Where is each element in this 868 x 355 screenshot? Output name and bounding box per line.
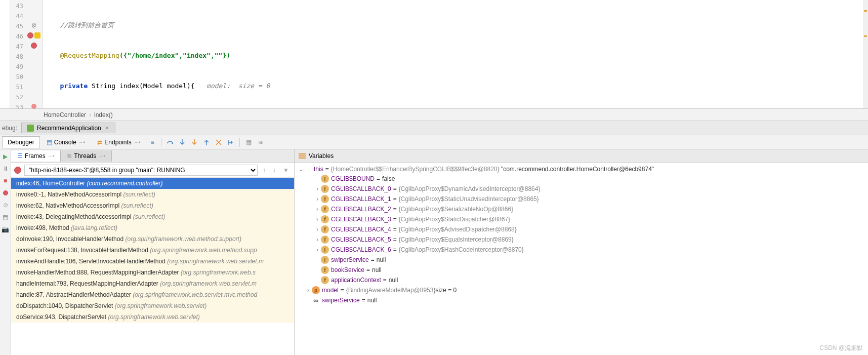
expand-toggle-icon[interactable] — [314, 195, 321, 203]
step-out-button[interactable] — [201, 137, 212, 148]
field-icon: f — [321, 205, 329, 213]
method-marker-icon[interactable] — [31, 104, 36, 109]
step-over-button[interactable] — [164, 137, 176, 148]
line-number[interactable]: 43 — [10, 1, 23, 11]
settings-button[interactable]: ▤ — [2, 213, 10, 221]
variable-value: {CglibAopProxy$DynamicAdvisedInterceptor… — [399, 185, 541, 192]
drop-frame-button[interactable] — [213, 137, 224, 148]
variable-row[interactable]: fswiperService = null — [295, 255, 868, 265]
variable-name: CGLIB$CALLBACK_6 — [331, 246, 391, 253]
tab-threads[interactable]: ≋Threads→▪ — [61, 150, 112, 162]
line-number-gutter: 43 44 45 46 47 48 49 50 51 52 53 — [10, 0, 25, 108]
tab-console[interactable]: ▤Console→▪ — [41, 136, 91, 148]
stack-frame[interactable]: doInvoke:190, InvocableHandlerMethod (or… — [11, 233, 294, 245]
variable-row[interactable]: fCGLIB$BOUND = false — [295, 174, 868, 184]
tab-debugger[interactable]: Debugger — [2, 136, 40, 148]
intention-bulb-icon[interactable] — [34, 32, 40, 38]
pause-button[interactable]: ⏸ — [2, 165, 10, 173]
camera-icon[interactable]: 📷 — [2, 225, 10, 233]
method-name: index — [119, 82, 139, 90]
stack-frame[interactable]: invoke0:-1, NativeMethodAccessorImpl (su… — [11, 189, 294, 200]
variable-row[interactable]: fCGLIB$CALLBACK_0 = {CglibAopProxy$Dynam… — [295, 184, 868, 194]
breakpoint-icon[interactable] — [31, 43, 37, 49]
next-frame-button[interactable]: ↓ — [271, 167, 278, 174]
close-icon[interactable]: × — [104, 125, 110, 132]
prev-frame-button[interactable]: ↑ — [261, 167, 268, 174]
breakpoint-icon[interactable] — [27, 32, 33, 38]
variable-row[interactable]: fCGLIB$CALLBACK_1 = {CglibAopProxy$Stati… — [295, 194, 868, 204]
line-number[interactable]: 52 — [10, 92, 23, 102]
tab-frames[interactable]: ☰Frames→▪ — [11, 150, 61, 162]
stack-frame[interactable]: index:46, HomeController (com.recommend.… — [11, 178, 294, 189]
stack-frame[interactable]: invokeHandlerMethod:888, RequestMappingH… — [11, 267, 294, 278]
breadcrumb-method[interactable]: index() — [94, 111, 113, 119]
frames-list[interactable]: index:46, HomeController (com.recommend.… — [11, 178, 294, 355]
line-number[interactable]: 50 — [10, 72, 23, 82]
variable-row-this[interactable]: this = {HomeController$$EnhancerBySpring… — [295, 165, 868, 174]
variable-row-model[interactable]: p model = {BindingAwareModelMap@8953} si… — [295, 285, 868, 295]
line-number[interactable]: 49 — [10, 62, 23, 72]
evaluate-expression-button[interactable]: ▦ — [243, 137, 254, 148]
stack-frame[interactable]: invokeAndHandle:106, ServletInvocableHan… — [11, 256, 294, 267]
breadcrumb-class[interactable]: HomeController — [44, 111, 86, 119]
thread-selector-row: "http-nio-8188-exec-3"@8,558 in group "m… — [11, 163, 294, 178]
expand-toggle-icon[interactable] — [314, 206, 321, 213]
stack-frame[interactable]: invoke:43, DelegatingMethodAccessorImpl … — [11, 211, 294, 222]
variable-row[interactable]: fbookService = null — [295, 265, 868, 275]
stack-frame[interactable]: doDispatch:1040, DispatcherServlet (org.… — [11, 300, 294, 311]
tab-endpoints[interactable]: ⇄Endpoints→▪ — [92, 136, 146, 148]
signature: (Model model){ — [139, 82, 195, 90]
variable-row[interactable]: fCGLIB$CALLBACK_2 = {CglibAopProxy$Seria… — [295, 204, 868, 214]
variable-name: this — [314, 166, 323, 173]
variable-tostring: "com.recommend.controller.HomeController… — [501, 166, 654, 173]
line-number[interactable]: 45 — [10, 21, 23, 31]
resume-button[interactable]: ▶ — [2, 152, 10, 161]
expand-toggle-icon[interactable] — [314, 236, 321, 243]
variable-row[interactable]: fapplicationContext = null — [295, 275, 868, 285]
line-number[interactable]: 51 — [10, 82, 23, 92]
editor-scrollbar[interactable] — [863, 0, 868, 108]
filter-frames-button[interactable]: ▼ — [281, 167, 291, 174]
thread-selector[interactable]: "http-nio-8188-exec-3"@8,558 in group "m… — [24, 165, 258, 176]
step-into-button[interactable] — [177, 137, 188, 148]
run-config-tab[interactable]: RecommendApplication × — [21, 123, 115, 133]
mute-breakpoints-button[interactable]: ⊘ — [2, 201, 10, 209]
variables-title: Variables — [309, 152, 334, 160]
expand-toggle-icon[interactable] — [314, 226, 321, 233]
trace-current-stream-button[interactable]: ≋ — [255, 137, 266, 148]
stack-frame[interactable]: handleInternal:793, RequestMappingHandle… — [11, 278, 294, 289]
stack-frame[interactable]: invoke:62, NativeMethodAccessorImpl (sun… — [11, 200, 294, 211]
expand-toggle-icon[interactable] — [314, 185, 321, 192]
variable-row[interactable]: fCGLIB$CALLBACK_5 = {CglibAopProxy$Equal… — [295, 234, 868, 245]
expand-toggle-icon[interactable] — [314, 246, 321, 253]
code-text-area[interactable]: //跳转到前台首页 @RequestMapping({"/home/index"… — [43, 0, 868, 108]
expand-toggle-icon[interactable] — [298, 166, 305, 173]
variables-tree[interactable]: this = {HomeController$$EnhancerBySpring… — [295, 163, 868, 355]
variable-row[interactable]: fCGLIB$CALLBACK_3 = {CglibAopProxy$Stati… — [295, 214, 868, 224]
line-number[interactable]: 46 — [10, 31, 23, 42]
run-to-cursor-button[interactable] — [225, 137, 236, 148]
variables-icon — [299, 155, 306, 156]
variable-row[interactable]: fCGLIB$CALLBACK_6 = {CglibAopProxy$HashC… — [295, 245, 868, 255]
view-breakpoints-button[interactable] — [2, 189, 10, 197]
variable-name: CGLIB$CALLBACK_2 — [331, 206, 391, 213]
variable-row-swiperservice[interactable]: ∞ swiperService = null — [295, 295, 868, 305]
force-step-into-button[interactable] — [189, 137, 200, 148]
line-number[interactable]: 44 — [10, 11, 23, 21]
line-number[interactable]: 48 — [10, 52, 23, 62]
stop-button[interactable]: ■ — [2, 177, 10, 185]
variable-name: CGLIB$CALLBACK_3 — [331, 216, 391, 223]
expand-toggle-icon[interactable] — [314, 216, 321, 223]
stack-frame[interactable]: handle:87, AbstractHandlerMethodAdapter … — [11, 289, 294, 300]
variable-row[interactable]: fCGLIB$CALLBACK_4 = {CglibAopProxy$Advis… — [295, 224, 868, 234]
line-number[interactable]: 47 — [10, 42, 23, 52]
breadcrumb: HomeController › index() — [0, 109, 868, 121]
variable-name: CGLIB$BOUND — [331, 175, 375, 182]
stack-frame[interactable]: invokeForRequest:138, InvocableHandlerMe… — [11, 245, 294, 256]
stack-frame[interactable]: invoke:498, Method (java.lang.reflect) — [11, 222, 294, 233]
stack-frame[interactable]: doService:943, DispatcherServlet (org.sp… — [11, 311, 294, 323]
show-execution-point-button[interactable]: ≡ — [147, 137, 158, 148]
override-icon[interactable]: @ — [32, 22, 35, 29]
expand-toggle-icon[interactable] — [305, 287, 312, 294]
debug-side-toolbar: ▶ ⏸ ■ ⊘ ▤ 📷 — [0, 149, 11, 355]
